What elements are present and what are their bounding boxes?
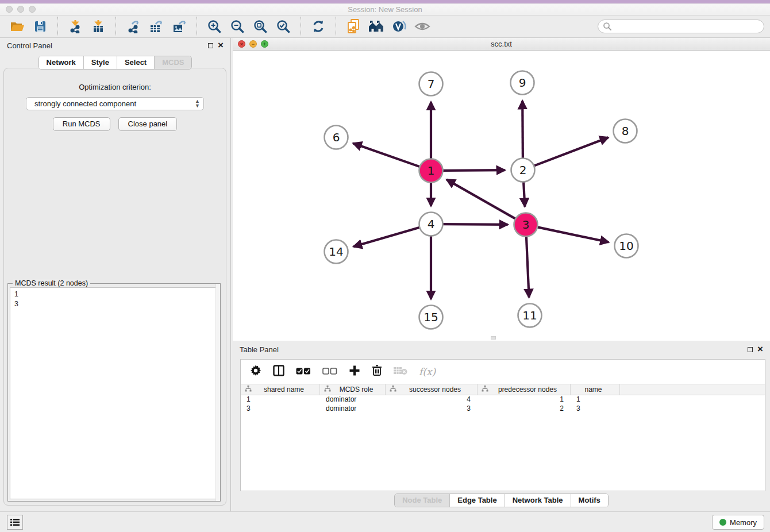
edge-2-9[interactable]	[522, 101, 523, 159]
edge-4-14[interactable]	[353, 227, 421, 246]
table-cell[interactable]: 3	[571, 404, 620, 414]
app-title: Session: New Session	[0, 5, 770, 14]
deselect-all-icon[interactable]	[322, 367, 337, 377]
import-network-icon[interactable]	[64, 17, 87, 36]
tab-network-table[interactable]: Network Table	[505, 494, 571, 507]
zoom-selected-icon[interactable]	[272, 17, 295, 36]
table-cell[interactable]: 2	[478, 404, 571, 414]
tab-style[interactable]: Style	[84, 56, 117, 69]
tab-node-table[interactable]: Node Table	[395, 494, 450, 507]
export-image-icon[interactable]	[168, 17, 191, 36]
edge-1-6[interactable]	[353, 143, 421, 167]
network-title: scc.txt	[233, 40, 770, 48]
table-header-row[interactable]: shared nameMCDS rolesuccessor nodesprede…	[241, 384, 765, 395]
node-14[interactable]: 14	[325, 240, 348, 264]
node-2[interactable]: 2	[511, 159, 535, 182]
node-1[interactable]: 1	[419, 159, 443, 183]
tab-mcds[interactable]: MCDS	[155, 56, 191, 69]
close-panel-icon[interactable]: ×	[218, 43, 224, 48]
toolbar-separator	[116, 17, 116, 36]
column-header-predecessor-nodes[interactable]: predecessor nodes	[478, 384, 571, 395]
style-icon[interactable]	[388, 17, 411, 36]
show-details-icon[interactable]	[411, 17, 434, 36]
node-6[interactable]: 6	[325, 126, 348, 149]
close-panel-button[interactable]: Close panel	[118, 117, 178, 131]
edge-3-10[interactable]	[536, 227, 609, 242]
edge-3-1[interactable]	[446, 180, 517, 219]
settings-icon[interactable]	[250, 365, 261, 379]
edge-2-8[interactable]	[533, 137, 608, 166]
node-11[interactable]: 11	[518, 304, 542, 327]
node-8[interactable]: 8	[614, 119, 637, 143]
table-cell[interactable]: 4	[386, 395, 478, 404]
edge-4-3[interactable]	[441, 224, 507, 225]
float-panel-icon[interactable]	[748, 347, 753, 352]
column-layout-icon[interactable]	[273, 365, 284, 379]
mcds-result-text[interactable]: 13	[10, 287, 218, 499]
network-canvas[interactable]: 7968124314101511	[233, 51, 770, 341]
float-panel-icon[interactable]	[208, 43, 213, 48]
optimization-criterion-select[interactable]: strongly connected component ▲▼	[26, 97, 204, 110]
column-header-MCDS-role[interactable]: MCDS role	[320, 384, 386, 395]
open-icon[interactable]	[6, 17, 29, 36]
column-header-name[interactable]: name	[571, 384, 620, 395]
select-all-icon[interactable]	[296, 367, 311, 377]
zoom-out-icon[interactable]	[226, 17, 249, 36]
control-panel: Control Panel × NetworkStyleSelectMCDS O…	[0, 38, 231, 511]
memory-button[interactable]: Memory	[712, 515, 764, 530]
column-header-shared-name[interactable]: shared name	[241, 384, 320, 395]
node-3[interactable]: 3	[514, 213, 538, 237]
export-table-icon[interactable]	[145, 17, 168, 36]
node-15[interactable]: 15	[419, 306, 443, 329]
task-history-button[interactable]	[7, 515, 23, 530]
edge-1-2[interactable]	[441, 170, 505, 171]
table-cell[interactable]: 1	[478, 395, 571, 404]
add-icon[interactable]	[349, 365, 360, 379]
node-9[interactable]: 9	[511, 71, 534, 95]
tab-select[interactable]: Select	[117, 56, 155, 69]
run-mcds-button[interactable]: Run MCDS	[53, 117, 110, 131]
table-row[interactable]: 3dominator323	[241, 404, 765, 414]
attribute-type-icon	[324, 385, 331, 394]
scrollbar[interactable]	[215, 284, 220, 501]
table-cell[interactable]: dominator	[320, 395, 386, 404]
tab-network[interactable]: Network	[39, 56, 84, 69]
new-network-from-selection-icon[interactable]	[342, 17, 365, 36]
node-label: 6	[333, 130, 340, 144]
node-7[interactable]: 7	[419, 72, 443, 96]
import-table-icon[interactable]	[87, 17, 110, 36]
save-icon[interactable]	[29, 17, 52, 36]
search-input[interactable]	[598, 20, 764, 33]
column-header-successor-nodes[interactable]: successor nodes	[386, 384, 478, 395]
refresh-icon[interactable]	[307, 17, 330, 36]
tab-edge-table[interactable]: Edge Table	[450, 494, 505, 507]
mcds-result-title: MCDS result (2 nodes)	[13, 279, 90, 287]
delete-icon[interactable]	[372, 365, 382, 379]
apply-layout-icon[interactable]	[365, 17, 388, 36]
table-cell[interactable]: 3	[386, 404, 478, 414]
edge-3-11[interactable]	[526, 235, 529, 297]
edge-2-3[interactable]	[523, 180, 525, 206]
table-cell[interactable]: 1	[241, 395, 320, 404]
table-body: 1dominator4113dominator323	[241, 395, 765, 414]
table-cell[interactable]: 3	[241, 404, 320, 414]
close-panel-icon[interactable]: ×	[757, 346, 763, 352]
network-window-titlebar[interactable]: × − + scc.txt	[233, 38, 770, 51]
node-label: 2	[519, 163, 527, 177]
zoom-in-icon[interactable]	[203, 17, 226, 36]
table-row[interactable]: 1dominator411	[241, 395, 765, 404]
node-4[interactable]: 4	[419, 213, 443, 236]
splitter-grip[interactable]	[491, 336, 496, 340]
table-tabs: Node TableEdge TableNetwork TableMotifs	[394, 494, 609, 507]
attribute-type-icon	[390, 385, 396, 394]
node-10[interactable]: 10	[615, 234, 638, 258]
table-cell[interactable]: 1	[571, 395, 620, 404]
zoom-fit-icon[interactable]	[249, 17, 272, 36]
tab-motifs[interactable]: Motifs	[571, 494, 608, 507]
node-label: 1	[428, 164, 435, 178]
node-label: 9	[519, 76, 526, 90]
table-cell[interactable]: dominator	[320, 404, 386, 414]
export-network-icon[interactable]	[122, 17, 145, 36]
main-toolbar	[0, 16, 770, 38]
network-view-window: × − + scc.txt 7968124314101511	[233, 38, 770, 341]
